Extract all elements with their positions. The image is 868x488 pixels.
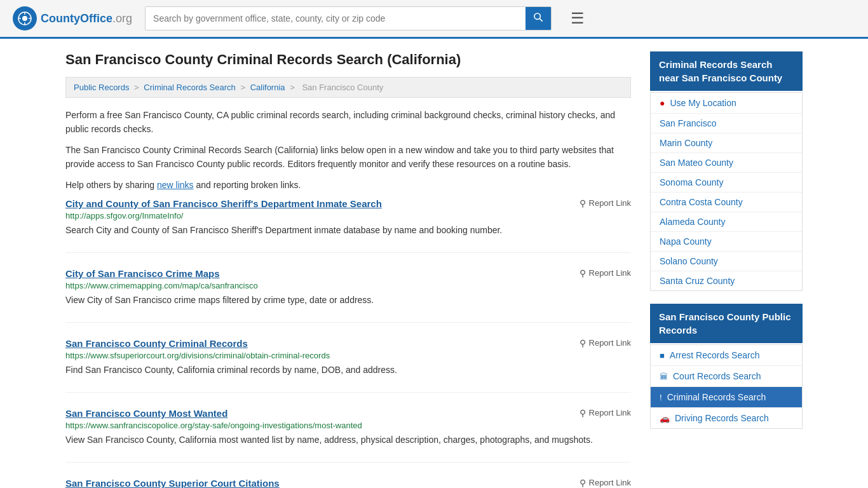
result-item: City and County of San Francisco Sheriff…: [65, 198, 631, 253]
report-label: Report Link: [589, 478, 631, 487]
result-url[interactable]: https://www.crimemapping.com/map/ca/sanf…: [65, 281, 631, 290]
logo-icon: [13, 6, 37, 30]
breadcrumb-public-records[interactable]: Public Records: [74, 83, 129, 92]
report-icon: ⚲: [580, 268, 586, 278]
result-url[interactable]: http://apps.sfgov.org/InmateInfo/: [65, 211, 631, 220]
result-title[interactable]: San Francisco County Criminal Records: [65, 338, 248, 349]
public-records-label: Court Records Search: [673, 371, 761, 381]
logo-suffix: .org: [112, 12, 132, 25]
public-records-label: Criminal Records Search: [667, 392, 766, 402]
sidebar-public-records-title: San Francisco County Public Records: [650, 304, 803, 343]
report-icon: ⚲: [580, 478, 586, 488]
result-title[interactable]: City and County of San Francisco Sheriff…: [65, 198, 382, 209]
result-title[interactable]: San Francisco County Superior Court Cita…: [65, 478, 280, 488]
result-title-row: San Francisco County Superior Court Cita…: [65, 478, 631, 488]
hamburger-menu[interactable]: ☰: [571, 10, 585, 27]
report-link[interactable]: ⚲ Report Link: [580, 198, 631, 208]
result-item: San Francisco County Most Wanted ⚲ Repor…: [65, 408, 631, 463]
sidebar-nearby-links: ● Use My Location San FranciscoMarin Cou…: [650, 92, 803, 291]
sidebar-nearby-link[interactable]: San Francisco: [651, 114, 802, 133]
site-header: CountyOffice.org ☰: [0, 0, 868, 39]
report-link[interactable]: ⚲ Report Link: [580, 268, 631, 278]
logo[interactable]: CountyOffice.org: [13, 6, 132, 30]
public-records-list: ■Arrest Records Search🏛Court Records Sea…: [651, 345, 802, 428]
sidebar-nearby-link[interactable]: Napa County: [651, 232, 802, 252]
sidebar-nearby-link[interactable]: Santa Cruz County: [651, 271, 802, 290]
sidebar-nearby-link[interactable]: Solano County: [651, 252, 802, 271]
logo-name: CountyOffice: [41, 12, 112, 25]
svg-point-6: [534, 13, 540, 19]
breadcrumb: Public Records > Criminal Records Search…: [65, 77, 631, 98]
result-title-row: San Francisco County Most Wanted ⚲ Repor…: [65, 408, 631, 419]
use-location-label: Use My Location: [670, 98, 736, 108]
use-my-location[interactable]: ● Use My Location: [651, 93, 802, 114]
sidebar-nearby-title: Criminal Records Search near San Francis…: [650, 51, 803, 91]
result-title-row: City of San Francisco Crime Maps ⚲ Repor…: [65, 268, 631, 279]
sidebar-public-records-link[interactable]: 🚗Driving Records Search: [651, 408, 802, 428]
result-desc: View City of San Francisco crime maps fi…: [65, 294, 631, 307]
report-icon: ⚲: [580, 408, 586, 418]
result-item: San Francisco County Superior Court Cita…: [65, 478, 631, 488]
public-records-icon: !: [660, 393, 662, 402]
description-3: Help others by sharing new links and rep…: [65, 178, 631, 192]
search-button[interactable]: [526, 7, 551, 30]
page-title: San Francisco County Criminal Records Se…: [65, 51, 631, 68]
public-records-label: Arrest Records Search: [670, 350, 760, 360]
sidebar-public-records-section: San Francisco County Public Records ■Arr…: [650, 304, 803, 429]
sidebar-nearby-link[interactable]: Alameda County: [651, 212, 802, 232]
sidebar-nearby-link[interactable]: San Mateo County: [651, 153, 802, 173]
content-wrapper: San Francisco County Criminal Records Se…: [53, 39, 815, 488]
public-records-icon: 🚗: [660, 414, 670, 423]
sidebar-nearby-link[interactable]: Sonoma County: [651, 173, 802, 193]
report-link[interactable]: ⚲ Report Link: [580, 338, 631, 348]
sidebar-public-records-links: ■Arrest Records Search🏛Court Records Sea…: [650, 344, 803, 429]
report-icon: ⚲: [580, 198, 586, 208]
nearby-links-list: San FranciscoMarin CountySan Mateo Count…: [651, 114, 802, 290]
svg-line-7: [539, 18, 543, 22]
search-input[interactable]: [146, 8, 526, 29]
report-label: Report Link: [589, 338, 631, 348]
breadcrumb-california[interactable]: California: [250, 83, 285, 92]
sidebar-nearby-link[interactable]: Contra Costa County: [651, 193, 802, 212]
new-links-link[interactable]: new links: [157, 180, 194, 190]
main-content: San Francisco County Criminal Records Se…: [65, 51, 631, 488]
public-records-icon: ■: [660, 351, 665, 360]
result-title[interactable]: City of San Francisco Crime Maps: [65, 268, 220, 279]
result-title[interactable]: San Francisco County Most Wanted: [65, 408, 227, 419]
result-item: San Francisco County Criminal Records ⚲ …: [65, 338, 631, 393]
breadcrumb-current: San Francisco County: [302, 83, 383, 92]
report-label: Report Link: [589, 198, 631, 208]
report-link[interactable]: ⚲ Report Link: [580, 408, 631, 418]
result-desc: Search City and County of San Francisco …: [65, 224, 631, 237]
result-desc: View San Francisco County, California mo…: [65, 433, 631, 447]
report-icon: ⚲: [580, 338, 586, 348]
sidebar-nearby-link[interactable]: Marin County: [651, 133, 802, 153]
result-title-row: San Francisco County Criminal Records ⚲ …: [65, 338, 631, 349]
sidebar-public-records-link[interactable]: 🏛Court Records Search: [651, 366, 802, 387]
result-url[interactable]: https://www.sfsuperiorcourt.org/division…: [65, 351, 631, 360]
sidebar-nearby-section: Criminal Records Search near San Francis…: [650, 51, 803, 291]
description-1: Perform a free San Francisco County, CA …: [65, 108, 631, 137]
report-label: Report Link: [589, 408, 631, 417]
report-link[interactable]: ⚲ Report Link: [580, 478, 631, 488]
results-list: City and County of San Francisco Sheriff…: [65, 198, 631, 488]
report-label: Report Link: [589, 268, 631, 278]
sidebar-public-records-link[interactable]: ■Arrest Records Search: [651, 345, 802, 366]
svg-point-1: [22, 16, 27, 21]
public-records-label: Driving Records Search: [675, 413, 769, 423]
public-records-icon: 🏛: [660, 372, 668, 381]
search-bar: [145, 6, 552, 30]
sidebar-public-records-link[interactable]: !Criminal Records Search: [651, 387, 802, 408]
result-item: City of San Francisco Crime Maps ⚲ Repor…: [65, 268, 631, 323]
result-url[interactable]: https://www.sanfranciscopolice.org/stay-…: [65, 421, 631, 430]
location-pin-icon: ●: [660, 98, 665, 108]
result-desc: Find San Francisco County, California cr…: [65, 363, 631, 377]
logo-text: CountyOffice.org: [41, 12, 132, 25]
description-2: The San Francisco County Criminal Record…: [65, 143, 631, 172]
result-title-row: City and County of San Francisco Sheriff…: [65, 198, 631, 209]
breadcrumb-criminal-records[interactable]: Criminal Records Search: [144, 83, 236, 92]
sidebar: Criminal Records Search near San Francis…: [650, 51, 803, 488]
